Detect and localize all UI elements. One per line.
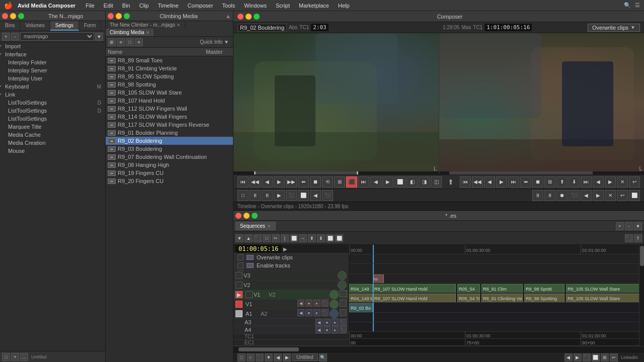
menu-composer[interactable]: Composer	[184, 2, 217, 10]
bin-tab-climbing-media[interactable]: Climbing Media ✕	[106, 29, 154, 36]
rec-btn2-a[interactable]: ⏸	[532, 190, 543, 201]
track-solo-v1[interactable]	[330, 290, 339, 299]
src-btn-g[interactable]: ◀	[310, 190, 321, 201]
list-item[interactable]: ▪▪ R8_91 Climbing Verticle	[106, 64, 233, 72]
tl-tb-btn4[interactable]: □	[263, 234, 271, 242]
tl-tb-right2[interactable]: T	[634, 234, 642, 242]
add-edit-btn[interactable]: ⊞	[334, 176, 345, 188]
list-item[interactable]: ▪▪ R8_98 Spotting	[106, 80, 233, 88]
track-ctrl-a4-1[interactable]: ◀	[315, 326, 323, 333]
list-item[interactable]: ▪▪ R9_03 Bouldering	[106, 145, 233, 153]
rec-undo-btn[interactable]: ↩	[629, 176, 640, 188]
rec-fwd2-btn[interactable]: ▶	[605, 176, 616, 188]
bin-tab-close-2[interactable]: ✕	[146, 30, 150, 35]
search-icon[interactable]: 🔍	[624, 2, 631, 9]
menu-edit[interactable]: Edit	[100, 2, 117, 10]
a1-src-indicator[interactable]	[235, 310, 243, 317]
rec-go-to-start-btn[interactable]: ⏮	[460, 176, 471, 188]
composer-close-btn[interactable]	[237, 14, 244, 20]
source-monitor[interactable]: L	[233, 33, 439, 174]
h-scroll-thumb[interactable]	[238, 347, 299, 351]
seq-check-overwrite[interactable]	[237, 254, 244, 260]
settings-item-media-cache[interactable]: Media Cache	[0, 131, 105, 139]
src-audio-r9-02[interactable]: R9_02 Bo	[349, 303, 373, 312]
rec-clear-btn[interactable]: ✕	[617, 176, 628, 188]
settings-user-select[interactable]: maximjago	[20, 32, 94, 41]
track-solo-v3[interactable]	[338, 271, 347, 280]
src-btn-h[interactable]: ⬛	[322, 190, 333, 201]
audio-r05-54[interactable]: R05_54 Trees	[457, 294, 480, 303]
step-back-btn[interactable]: ◀◀	[250, 176, 261, 188]
settings-item-media-creation[interactable]: Media Creation	[0, 139, 105, 147]
settings-dropdown-btn[interactable]: ▼	[95, 33, 103, 41]
track-a4[interactable]	[349, 322, 639, 332]
track-ctrl-v1b-5[interactable]	[330, 300, 339, 309]
tl-tb-btn1[interactable]: ▼	[235, 234, 244, 242]
list-item[interactable]: ▪▪ R8_89 Small Toes	[106, 56, 233, 64]
tl-tb-btn12[interactable]: ⬜	[335, 234, 343, 242]
list-item[interactable]: ▪▪ R9_07 Bouldering Wall Continuation	[106, 153, 233, 161]
tab-bins[interactable]: Bins	[0, 21, 20, 31]
bin-min-btn[interactable]	[116, 13, 122, 19]
rec-btn2-c[interactable]: ⏺	[556, 190, 568, 201]
src-clip-v1[interactable]: R9	[373, 275, 384, 284]
track-ctrl-a3-3[interactable]: ▸	[332, 319, 339, 326]
menu-marketplace[interactable]: Marketplace	[295, 2, 333, 10]
menu-timeline[interactable]: Timeline	[154, 2, 183, 10]
v-scroll-thumb[interactable]	[640, 246, 644, 266]
menu-windows[interactable]: Windows	[240, 2, 271, 10]
status-right-btn6[interactable]: ↩	[610, 353, 618, 361]
settings-item-mouse[interactable]: Mouse	[0, 147, 105, 155]
status-right-btn1[interactable]: ◀	[565, 353, 573, 361]
track-lock-v1[interactable]	[340, 290, 347, 297]
seq-remove-btn[interactable]: -	[625, 222, 633, 230]
go-to-start-btn[interactable]: ⏮	[237, 176, 249, 188]
track-ctrl-v1b-3[interactable]: ▸	[313, 300, 320, 307]
play-btn[interactable]: ▶	[274, 176, 285, 188]
v1-rec-indicator[interactable]	[235, 301, 243, 308]
clear-out-btn[interactable]: ◨	[419, 176, 430, 188]
settings-item-import[interactable]: Import	[0, 42, 105, 50]
rec-lift-btn[interactable]: ⬆	[556, 176, 568, 188]
track-ctrl-v1b-2[interactable]: ●	[305, 300, 312, 307]
list-item[interactable]: ▪▪ R8_107 Hand Hold	[106, 97, 233, 105]
rec-btn2-h[interactable]: ↩	[617, 190, 628, 201]
src-btn-d[interactable]: ▶	[274, 190, 285, 201]
tl-tb-btn8[interactable]: ↔	[299, 234, 307, 242]
src-btn-c[interactable]: ⏸	[262, 190, 273, 201]
settings-item-interplay-user[interactable]: Interplay User	[0, 74, 105, 82]
clip-r8-105-wall-stare[interactable]: R8_105 SLOW Wall Stare	[566, 284, 639, 293]
rec-btn2-g[interactable]: ✕	[605, 190, 616, 201]
status-right-btn5[interactable]: ⊞	[601, 353, 609, 361]
status-right-btn4[interactable]: ⬜	[592, 353, 600, 361]
settings-item-interface[interactable]: Interface	[0, 50, 105, 58]
track-ctrl-v1b-1[interactable]: ◀	[297, 300, 304, 307]
rec-btn2-b[interactable]: ⏸	[544, 190, 555, 201]
menu-file[interactable]: File	[82, 2, 99, 10]
settings-tb-btn2[interactable]: +	[11, 353, 19, 361]
rec-mark-out-btn[interactable]: ⏹	[532, 176, 543, 188]
rec-match-btn[interactable]: ⊞	[544, 176, 555, 188]
rec-go-end-btn[interactable]: ⏭	[581, 176, 592, 188]
settings-item-listtool3[interactable]: ListToolSettings	[0, 115, 105, 123]
list-item[interactable]: ▪▪ R9_19 Fingers CU	[106, 169, 233, 177]
clip-r8-107-hand-hold[interactable]: R8_107 SLOW Hand Hold	[373, 284, 456, 293]
track-a1a2[interactable]: R04_149 Matt Cli R8_107 SLOW Hand Hold R…	[349, 293, 639, 303]
rec-btn2-i[interactable]: ⬜	[629, 190, 640, 201]
status-btn2[interactable]: ○	[247, 353, 255, 361]
list-item[interactable]: ▪▪ R9_08 Hanging High	[106, 161, 233, 169]
rec-btn2-d[interactable]: ⬛	[569, 190, 580, 201]
tc-arrow-btn[interactable]: ▶	[283, 246, 287, 252]
seq-item-enable-tracks[interactable]: Enable tracks	[233, 261, 349, 269]
bin-tab-new-climber[interactable]: The New Climber - m...mjago ✕	[106, 21, 185, 29]
track-v1-src[interactable]: R9	[349, 274, 639, 284]
timeline-v-scrollbar[interactable]	[639, 245, 644, 346]
bin-tb-icon4[interactable]: ≡	[135, 38, 143, 46]
composer-max-btn[interactable]	[254, 14, 260, 20]
audio-r8-107[interactable]: R8_107 SLOW Hand Hold	[373, 294, 456, 303]
tab-volumes[interactable]: Volumes	[20, 21, 50, 31]
clip-r8-91-climbing[interactable]: R8_91 Clim	[481, 284, 523, 293]
status-btn4[interactable]: ▼	[265, 353, 273, 361]
track-ctrl-a1-5[interactable]	[330, 309, 339, 318]
settings-min-btn[interactable]	[10, 13, 16, 19]
